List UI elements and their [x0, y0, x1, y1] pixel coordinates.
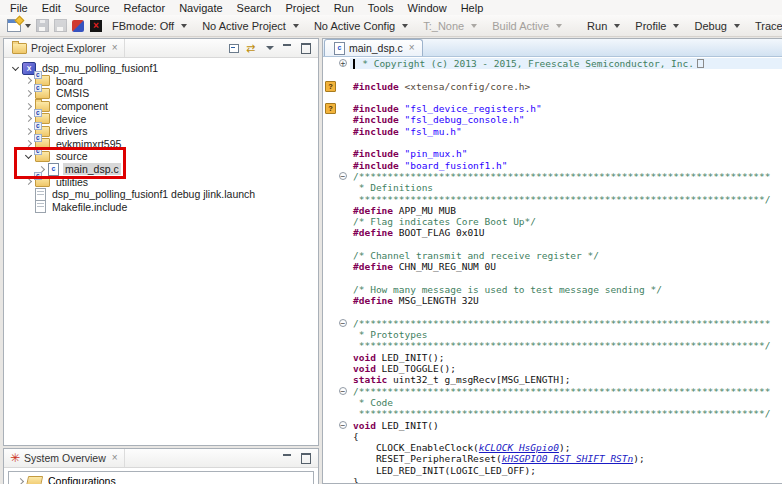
code-text: #include "board_fusionf1.h" [350, 160, 782, 171]
toolbar-trace[interactable]: Trace [748, 18, 782, 34]
menu-project[interactable]: Project [278, 1, 326, 15]
dropdown-arrow-icon[interactable] [25, 24, 31, 28]
menu-navigate[interactable]: Navigate [172, 1, 229, 15]
folding-ruler [337, 148, 350, 159]
code-text: RESET_PeripheralReset(kHSGPIO0_RST_SHIFT… [350, 453, 782, 464]
code-text: CLOCK_EnableClock(kCLOCK_HsGpio0); [350, 442, 782, 453]
chevron-right-icon[interactable] [23, 126, 33, 136]
chevron-right-icon[interactable] [23, 76, 33, 86]
tree-item-source[interactable]: source [4, 150, 318, 163]
tree-item-device[interactable]: device [4, 112, 318, 125]
minimize-icon[interactable] [282, 452, 294, 464]
unresolved-include-warning-icon[interactable]: ? [325, 103, 336, 114]
menu-help[interactable]: Help [454, 1, 491, 15]
code-line: #define BOOT_FLAG 0x01U [323, 227, 782, 238]
system-overview-content: Configurations [8, 471, 314, 484]
maximize-icon[interactable] [300, 452, 312, 464]
tree-item-utilities[interactable]: utilities [4, 175, 318, 188]
code-line [323, 69, 782, 80]
chevron-right-icon[interactable] [23, 88, 33, 98]
tree-item-component[interactable]: component [4, 100, 318, 113]
dropdown-arrow-icon [181, 24, 187, 28]
save-all-icon-button[interactable] [52, 17, 68, 35]
maximize-icon[interactable] [300, 42, 312, 54]
close-icon[interactable]: × [409, 43, 415, 53]
menu-window[interactable]: Window [401, 1, 454, 15]
close-icon[interactable]: × [112, 43, 118, 53]
close-icon[interactable]: × [112, 453, 118, 463]
annotation-ruler [323, 171, 337, 182]
xplorer-icon-button[interactable] [70, 17, 86, 35]
cfolder-icon [35, 176, 50, 187]
menu-tools[interactable]: Tools [361, 1, 401, 15]
xplorer-icon [72, 20, 84, 32]
tree-item-dsp-mu-polling-fusionf1-debug-jlink-launch[interactable]: dsp_mu_polling_fusionf1 debug jlink.laun… [4, 188, 318, 201]
tree-item-drivers[interactable]: drivers [4, 125, 318, 138]
tree-item-cmsis[interactable]: CMSIS [4, 87, 318, 100]
new-icon-button[interactable] [6, 17, 22, 35]
tree-item-evkmimxrt595[interactable]: evkmimxrt595 [4, 138, 318, 151]
folding-ruler [337, 182, 350, 193]
toolbar-no-active-config[interactable]: No Active Config [307, 18, 416, 34]
link-with-editor-icon[interactable] [246, 42, 258, 54]
folding-ruler [337, 453, 350, 464]
tree-item-makefile-include[interactable]: Makefile.include [4, 201, 318, 214]
fold-collapse-icon[interactable]: − [339, 172, 347, 180]
menu-search[interactable]: Search [230, 1, 279, 15]
collapse-all-icon[interactable] [228, 42, 240, 54]
menu-file[interactable]: File [3, 1, 35, 15]
chevron-right-icon[interactable] [23, 139, 33, 149]
chevron-down-icon[interactable] [10, 63, 20, 73]
chevron-down-icon[interactable] [23, 151, 33, 161]
toolbar-run[interactable]: Run [580, 18, 628, 34]
code-text: static uint32_t g_msgRecv[MSG_LENGTH]; [350, 374, 782, 385]
chevron-right-icon[interactable] [23, 101, 33, 111]
system-overview-tab[interactable]: ✳ System Overview × [4, 449, 125, 467]
editor-tab-bar: c main_dsp.c × [323, 39, 782, 57]
unresolved-include-warning-icon[interactable]: ? [325, 81, 336, 92]
toolbar-t-none[interactable]: T:_None [416, 18, 485, 34]
menu-run[interactable]: Run [327, 1, 361, 15]
menu-edit[interactable]: Edit [35, 1, 68, 15]
toolbar-profile[interactable]: Profile [628, 18, 687, 34]
project-explorer-title: Project Explorer [31, 42, 106, 54]
folding-ruler [337, 352, 350, 363]
chevron-right-icon[interactable] [23, 177, 33, 187]
chevron-right-icon[interactable] [15, 476, 25, 484]
tree-item-label: Makefile.include [50, 201, 129, 213]
folding-ruler [337, 239, 350, 250]
annotation-ruler [323, 431, 337, 442]
code-text: { [350, 431, 782, 442]
minimize-icon[interactable] [282, 42, 294, 54]
xtensa-logo-icon: × [90, 20, 102, 32]
tree-item-main-dsp-c[interactable]: cmain_dsp.c [4, 163, 318, 176]
view-menu-icon[interactable] [264, 42, 276, 54]
folding-ruler: − [337, 171, 350, 182]
tree-item-board[interactable]: board [4, 75, 318, 88]
code-text: #include "fsl_device_registers.h" [350, 103, 782, 114]
save-icon-button[interactable] [34, 17, 50, 35]
fold-expand-icon[interactable]: + [339, 59, 347, 67]
code-text: * Copyright (c) 2013 - 2015, Freescale S… [350, 58, 782, 69]
code-text [350, 92, 782, 103]
fold-collapse-icon[interactable]: − [339, 387, 347, 395]
toolbar-no-active-project[interactable]: No Active Project [195, 18, 307, 34]
menu-refactor[interactable]: Refactor [117, 1, 173, 15]
xtensa-logo-icon-button[interactable]: × [88, 17, 104, 35]
fold-collapse-icon[interactable]: − [339, 319, 347, 327]
toolbar-fbmode-off[interactable]: FBmode: Off [105, 18, 195, 34]
editor-tab-main-dsp-c[interactable]: c main_dsp.c × [324, 39, 423, 56]
code-editor[interactable]: + * Copyright (c) 2013 - 2015, Freescale… [323, 57, 782, 483]
code-line: * Prototypes [323, 329, 782, 340]
fold-collapse-icon[interactable]: − [339, 421, 347, 429]
toolbar-build-active[interactable]: Build Active [485, 18, 570, 34]
annotation-ruler [323, 216, 337, 227]
menu-source[interactable]: Source [68, 1, 117, 15]
project-explorer-tab[interactable]: Project Explorer × [4, 39, 125, 57]
chevron-right-icon[interactable] [23, 114, 33, 124]
toolbar-debug[interactable]: Debug [687, 18, 747, 34]
annotation-ruler [323, 69, 337, 80]
tree-item-dsp-mu-polling-fusionf1[interactable]: Xdsp_mu_polling_fusionf1 [4, 62, 318, 75]
folded-region-box[interactable] [697, 59, 704, 68]
tree-item-configurations[interactable]: Configurations [9, 475, 313, 484]
